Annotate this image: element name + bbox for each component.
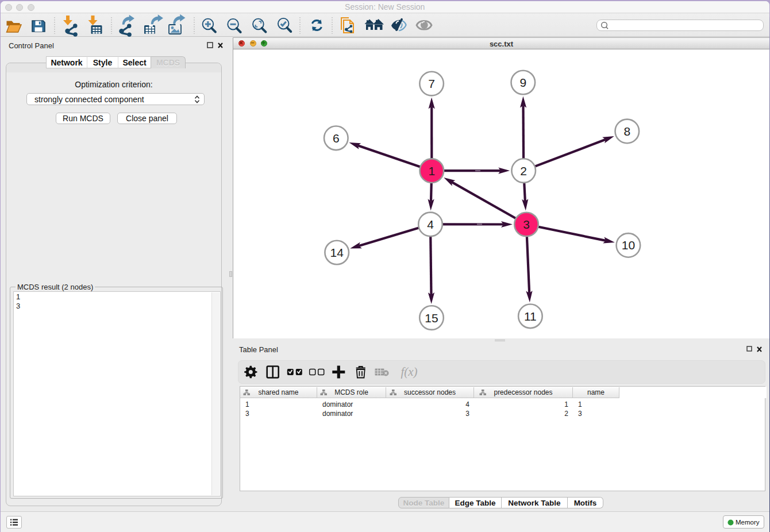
svg-text:4: 4 — [427, 218, 434, 231]
svg-text:6: 6 — [333, 132, 340, 145]
svg-text:9: 9 — [519, 76, 526, 89]
svg-text:2: 2 — [520, 164, 527, 178]
svg-text:1: 1 — [428, 164, 435, 178]
svg-text:11: 11 — [524, 310, 537, 323]
svg-text:10: 10 — [622, 238, 635, 252]
svg-text:14: 14 — [330, 246, 344, 259]
svg-text:8: 8 — [623, 125, 630, 138]
svg-text:f(x): f(x) — [401, 365, 417, 379]
svg-text:3: 3 — [523, 218, 530, 231]
svg-text:15: 15 — [425, 311, 438, 325]
svg-text:7: 7 — [428, 77, 435, 90]
